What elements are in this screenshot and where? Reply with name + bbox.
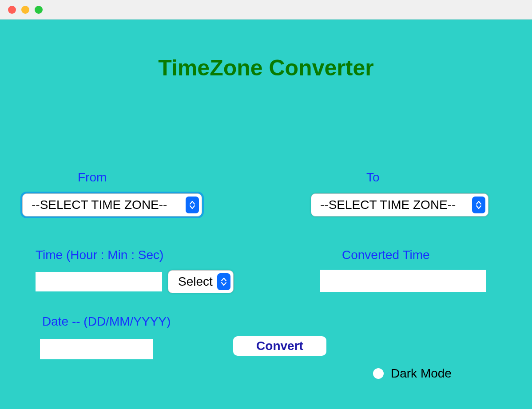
- chevron-updown-icon: [217, 273, 230, 290]
- chevron-updown-icon: [472, 197, 485, 213]
- titlebar: [0, 0, 532, 20]
- content-area: TimeZone Converter From To Time (Hour : …: [0, 20, 532, 409]
- time-input[interactable]: [36, 272, 162, 291]
- page-title: TimeZone Converter: [0, 55, 532, 81]
- chevron-updown-icon: [186, 197, 199, 213]
- dark-mode-label: Dark Mode: [391, 366, 452, 381]
- converted-time-output: [320, 270, 486, 292]
- time-label: Time (Hour : Min : Sec): [36, 248, 163, 262]
- from-timezone-value: --SELECT TIME ZONE--: [23, 198, 186, 212]
- converted-time-label: Converted Time: [342, 248, 430, 262]
- from-label: From: [78, 170, 107, 185]
- maximize-icon[interactable]: [35, 6, 43, 14]
- radio-icon: [373, 368, 384, 379]
- ampm-value: Select: [168, 275, 217, 289]
- convert-button[interactable]: Convert: [233, 336, 326, 356]
- to-label: To: [366, 170, 380, 185]
- date-label: Date -- (DD/MM/YYYY): [42, 315, 171, 329]
- minimize-icon[interactable]: [21, 6, 29, 14]
- close-icon[interactable]: [8, 6, 16, 14]
- app-window: TimeZone Converter From To Time (Hour : …: [0, 0, 532, 409]
- from-timezone-select[interactable]: --SELECT TIME ZONE--: [22, 193, 202, 216]
- to-timezone-value: --SELECT TIME ZONE--: [311, 198, 472, 212]
- to-timezone-select[interactable]: --SELECT TIME ZONE--: [311, 193, 488, 216]
- dark-mode-toggle[interactable]: Dark Mode: [373, 366, 452, 381]
- date-input[interactable]: [40, 339, 153, 359]
- ampm-select[interactable]: Select: [168, 270, 234, 293]
